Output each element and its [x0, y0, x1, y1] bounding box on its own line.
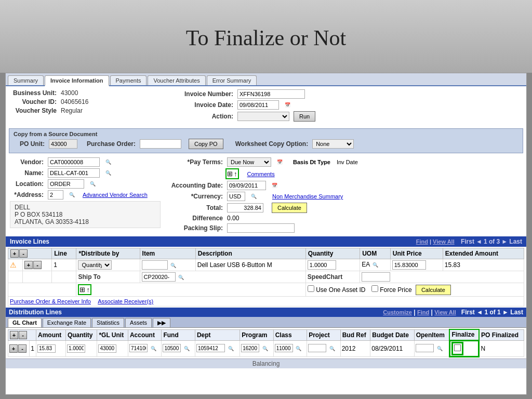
dist-gl-unit-input[interactable] [98, 344, 116, 353]
dist-remove-button[interactable]: - [19, 331, 27, 339]
uom-search-icon[interactable] [371, 261, 380, 269]
vendor-addr-line1: DELL [15, 204, 156, 211]
tab-invoice-information[interactable]: Invoice Information [45, 75, 109, 86]
dist-row-add-button[interactable]: + [9, 344, 18, 353]
dist-row-remove-button[interactable]: - [18, 344, 26, 353]
finalize-checkbox[interactable] [454, 344, 461, 351]
vendor-search-icon[interactable] [104, 158, 112, 166]
accounting-date-input[interactable] [227, 181, 266, 190]
location-search-icon[interactable] [88, 180, 97, 188]
row-add-button[interactable]: + [24, 261, 33, 269]
dist-fund-input[interactable] [163, 344, 181, 352]
invoice-number-input[interactable] [237, 89, 305, 99]
dist-program-input[interactable] [241, 344, 259, 352]
dist-account-input[interactable] [129, 344, 148, 352]
dist-tab-statistics[interactable]: Statistics [92, 318, 124, 327]
pay-terms-select[interactable]: Due Now [227, 157, 271, 167]
advanced-vendor-search-link[interactable]: Advanced Vendor Search [83, 192, 148, 198]
invoice-date-label: Invoice Date: [176, 101, 233, 109]
tab-summary[interactable]: Summary [8, 75, 44, 85]
dist-tab-exchange-rate[interactable]: Exchange Rate [43, 318, 91, 327]
dist-fund-search-icon[interactable] [183, 344, 191, 353]
quantity-input[interactable] [308, 260, 336, 270]
address-search-icon[interactable] [68, 191, 76, 199]
action-select[interactable] [237, 112, 289, 121]
packing-slip-input[interactable] [227, 223, 295, 233]
item-search-icon[interactable] [169, 261, 178, 270]
tab-voucher-attributes[interactable]: Voucher Attributes [148, 75, 205, 85]
up-arrow-icon[interactable]: ↑ [234, 170, 237, 178]
balancing-label: Balancing [252, 360, 280, 367]
prev-icon[interactable]: ◄ [476, 238, 482, 245]
dist-prev-icon[interactable]: ◄ [476, 309, 483, 316]
distribution-tabs: GL Chart Exchange Rate Statistics Assets… [6, 317, 526, 328]
dist-project-input[interactable] [308, 344, 326, 352]
dist-view-all-link[interactable]: View All [434, 309, 456, 315]
dist-next-icon[interactable]: ► [502, 309, 509, 316]
unit-price-input[interactable] [392, 260, 426, 270]
tab-payments[interactable]: Payments [110, 75, 147, 85]
dist-class-search-icon[interactable] [295, 344, 303, 353]
next-icon[interactable]: ► [501, 238, 508, 245]
vendor-name-search-icon[interactable] [104, 169, 112, 177]
dist-open-item-search-icon[interactable] [435, 344, 444, 353]
non-merch-link[interactable]: Non Merchandise Summary [272, 193, 343, 200]
dist-class-input[interactable] [275, 344, 293, 352]
vendor-input[interactable] [48, 157, 100, 167]
comments-link[interactable]: Comments [247, 171, 275, 177]
dist-quantity-input[interactable] [67, 344, 85, 353]
copy-po-button[interactable]: Copy PO [189, 139, 223, 149]
dist-dept-input[interactable] [196, 344, 225, 352]
find-link[interactable]: Find [416, 238, 428, 245]
dist-project-search-icon[interactable] [328, 344, 336, 353]
total-input[interactable] [227, 203, 263, 212]
item-input[interactable] [142, 260, 168, 270]
view-all-link[interactable]: View All [433, 238, 455, 245]
dist-tab-more[interactable]: ▶▶ [153, 318, 170, 327]
dist-customize-link[interactable]: Customize [383, 309, 412, 315]
dist-add-button[interactable]: + [10, 331, 18, 339]
remove-line-button[interactable]: - [19, 249, 28, 258]
force-price-checkbox[interactable] [371, 285, 378, 292]
use-one-asset-checkbox[interactable] [308, 285, 314, 292]
location-input[interactable] [48, 179, 84, 189]
dist-find-link[interactable]: Find [417, 309, 429, 315]
dist-dept-search-icon[interactable] [227, 344, 235, 353]
pay-terms-calendar-icon[interactable] [275, 158, 284, 166]
add-line-button[interactable]: + [10, 249, 19, 258]
calculate-button[interactable]: Calculate [272, 203, 307, 213]
vendor-label: Vendor: [10, 158, 44, 166]
currency-search-icon[interactable] [249, 192, 258, 201]
vendor-name-input[interactable] [48, 168, 100, 178]
dist-account-search-icon[interactable] [149, 344, 157, 353]
dist-program-search-icon[interactable] [261, 344, 269, 353]
last-label[interactable]: Last [509, 238, 522, 245]
accounting-date-calendar-icon[interactable] [270, 181, 278, 190]
associate-link[interactable]: Associate Receiver(s) [98, 298, 153, 304]
invoice-date-input[interactable] [237, 100, 279, 110]
grid-icon[interactable]: ⊞ [227, 170, 233, 178]
po-unit-input[interactable] [49, 139, 77, 149]
ship-to-search-icon[interactable] [177, 273, 185, 282]
right-column: Invoice Number: Invoice Date: Action: Ru… [176, 89, 522, 123]
dist-last-label[interactable]: Last [510, 309, 523, 316]
dist-amount-input[interactable] [37, 344, 56, 353]
purchase-order-input[interactable] [140, 139, 181, 149]
line-calculate-button[interactable]: Calculate [416, 285, 451, 295]
invoice-date-calendar-icon[interactable] [283, 101, 291, 109]
run-button[interactable]: Run [294, 111, 315, 122]
line-grid-icon[interactable]: ⊞ [79, 286, 85, 294]
currency-input[interactable] [227, 192, 245, 201]
address-input[interactable] [48, 190, 63, 200]
tab-error-summary[interactable]: Error Summary [207, 75, 257, 85]
line-up-icon[interactable]: ↑ [86, 286, 90, 294]
speed-chart-input[interactable] [362, 272, 390, 282]
row-remove-button[interactable]: - [33, 261, 42, 269]
po-receiver-link[interactable]: Purchase Order & Receiver Info [10, 298, 91, 304]
distribute-by-select[interactable]: Quantity [78, 260, 112, 270]
dist-tab-assets[interactable]: Assets [125, 318, 152, 327]
worksheet-select[interactable]: None [312, 139, 354, 149]
dist-open-item-input[interactable] [416, 344, 434, 352]
ship-to-input[interactable] [142, 272, 176, 282]
dist-tab-gl-chart[interactable]: GL Chart [8, 318, 42, 327]
